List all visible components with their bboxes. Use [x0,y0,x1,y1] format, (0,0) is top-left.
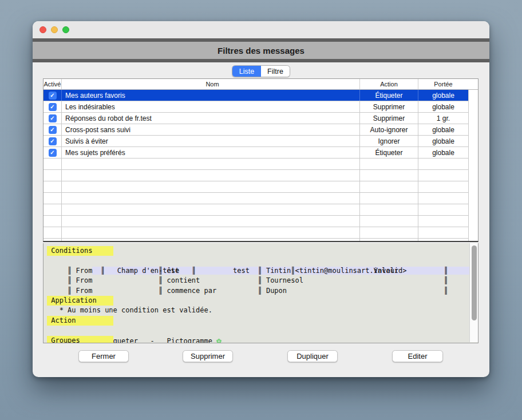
enabled-checkbox[interactable] [49,114,57,122]
table-row[interactable]: Mes auteurs favoris Étiqueter globale [43,90,478,101]
empty-table-row[interactable] [43,216,478,227]
tab-filtre[interactable]: Filtre [261,66,290,77]
filter-scope: globale [418,124,469,135]
column-header-scope[interactable]: Portée [418,79,469,89]
title-band: Filtres des messages [33,42,489,59]
condition-row: ║ From ║ commence par ║ Dupon ║ [47,286,478,296]
filter-action: Auto-ignorer [360,124,418,135]
duplicate-button[interactable]: Dupliquer [287,350,338,362]
filter-scope: globale [418,90,469,101]
bottom-divider [33,59,489,62]
empty-table-row[interactable] [43,204,478,216]
empty-table-row[interactable] [43,181,478,193]
section-label-groupes: Groupes [47,336,113,343]
table-row[interactable]: Cross-post sans suivi Auto-ignorer globa… [43,124,478,136]
condition-row: ║ From ║ est ║ Tintin <tintin@moulinsart… [47,266,478,276]
view-tabs: Liste Filtre [232,65,290,77]
filter-action: Étiqueter [360,90,418,101]
details-scrollbar-thumb[interactable] [472,245,477,320]
condition-row: ║ From ║ contient ║ Tournesol ║ [47,276,478,286]
table-header-row: Activé Nom Action Portée [43,79,478,90]
enabled-checkbox[interactable] [49,126,57,134]
titlebar[interactable] [33,21,489,38]
empty-table-row[interactable] [43,193,478,204]
filter-name: Cross-post sans suivi [62,124,360,135]
enabled-checkbox[interactable] [49,137,57,145]
minimize-traffic-light-icon[interactable] [51,26,58,33]
table-row[interactable]: Réponses du robot de fr.test Supprimer 1… [43,113,478,124]
column-header-name[interactable]: Nom [62,79,360,89]
filter-name: Réponses du robot de fr.test [62,113,360,124]
details-scrollbar[interactable] [469,243,478,342]
enabled-checkbox[interactable] [49,92,57,100]
table-row[interactable]: Mes sujets préférés Étiqueter globale [43,147,478,159]
empty-table-row[interactable] [43,239,478,242]
action-rule: * Étiqueter - Pictogramme [47,326,478,335]
filter-scope: globale [418,147,469,158]
section-label-application: Application [47,296,113,306]
filter-scope: globale [418,101,469,112]
empty-table-row[interactable] [43,227,478,239]
filter-name: Suivis à éviter [62,136,360,146]
filter-action: Supprimer [360,101,418,112]
table-row[interactable]: Les indésirables Supprimer globale [43,101,478,113]
desktop: Filtres des messages Liste Filtre Activé… [0,0,522,420]
column-header-action[interactable]: Action [360,79,418,89]
pictogram-flower-icon [216,336,221,343]
enabled-checkbox[interactable] [49,149,57,157]
filter-name: Les indésirables [62,101,360,112]
close-traffic-light-icon[interactable] [39,26,46,33]
filter-action: Étiqueter [360,147,418,158]
section-label-action: Action [47,316,113,326]
section-label-conditions: Conditions [47,246,113,256]
edit-button[interactable]: Editer [392,350,443,362]
delete-button[interactable]: Supprimer [183,350,233,362]
page-title: Filtres des messages [217,46,304,56]
empty-table-row[interactable] [43,170,478,181]
close-button[interactable]: Fermer [78,350,129,362]
filter-name: Mes auteurs favoris [62,90,360,101]
application-rule: * Au moins une condition est validée. [47,306,478,315]
table-row[interactable]: Suivis à éviter Ignorer globale [43,136,478,147]
filter-details-panel: Conditions ║ Champ d'en-tête ║ test ║ Va… [43,243,478,343]
enabled-checkbox[interactable] [49,103,57,111]
empty-table-row[interactable] [43,159,478,170]
filters-table: Activé Nom Action Portée Mes auteurs fav… [43,78,478,242]
filter-action: Ignorer [360,136,418,146]
filter-scope: 1 gr. [418,113,469,124]
filter-action: Supprimer [360,113,418,124]
filters-window: Filtres des messages Liste Filtre Activé… [33,21,489,377]
filter-scope: globale [418,136,469,146]
table-scrollbar-gutter [468,79,478,241]
zoom-traffic-light-icon[interactable] [62,26,69,33]
filter-name: Mes sujets préférés [62,147,360,158]
tab-liste[interactable]: Liste [232,66,261,77]
column-header-enabled[interactable]: Activé [43,79,62,89]
